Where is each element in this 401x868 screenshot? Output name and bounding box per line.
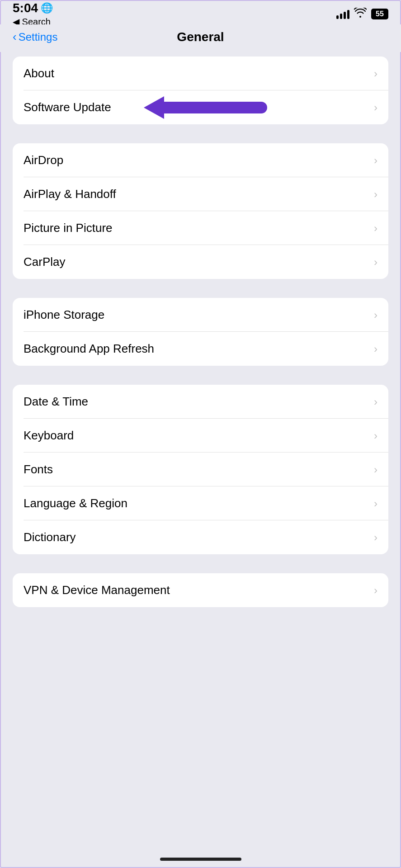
globe-icon: 🌐 (41, 2, 53, 14)
airplay-handoff-row[interactable]: AirPlay & Handoff › (13, 177, 388, 211)
vpn-device-management-label: VPN & Device Management (24, 583, 170, 597)
background-app-refresh-label: Background App Refresh (24, 342, 154, 356)
date-time-label: Date & Time (24, 395, 88, 409)
airdrop-row[interactable]: AirDrop › (13, 143, 388, 177)
software-update-label: Software Update (24, 100, 111, 114)
language-region-label: Language & Region (24, 496, 127, 510)
status-bar: 5:04 🌐 ◀ Search 55 (0, 0, 401, 24)
status-time: 5:04 🌐 (13, 1, 53, 15)
about-chevron-icon: › (374, 67, 377, 80)
airdrop-label: AirDrop (24, 153, 63, 167)
carplay-chevron-icon: › (374, 256, 377, 269)
about-label: About (24, 66, 54, 80)
dictionary-row[interactable]: Dictionary › (13, 520, 388, 554)
picture-in-picture-row-right: › (374, 222, 377, 235)
picture-in-picture-chevron-icon: › (374, 222, 377, 235)
iphone-storage-row-right: › (374, 309, 377, 321)
keyboard-label: Keyboard (24, 429, 74, 443)
airplay-handoff-row-right: › (374, 188, 377, 201)
home-indicator (160, 858, 241, 861)
keyboard-chevron-icon: › (374, 429, 377, 442)
date-time-chevron-icon: › (374, 396, 377, 408)
date-time-row-right: › (374, 396, 377, 408)
airplay-handoff-label: AirPlay & Handoff (24, 187, 116, 201)
language-region-chevron-icon: › (374, 497, 377, 510)
background-app-refresh-row[interactable]: Background App Refresh › (13, 332, 388, 366)
carplay-row[interactable]: CarPlay › (13, 245, 388, 279)
signal-bar-2 (340, 14, 342, 19)
fonts-row[interactable]: Fonts › (13, 453, 388, 486)
carplay-row-right: › (374, 256, 377, 269)
iphone-storage-chevron-icon: › (374, 309, 377, 321)
signal-bar-4 (347, 10, 349, 19)
fonts-label: Fonts (24, 462, 53, 476)
software-update-row[interactable]: Software Update › (13, 90, 388, 124)
fonts-chevron-icon: › (374, 463, 377, 476)
software-update-row-right: › (374, 101, 377, 114)
signal-bar-1 (336, 15, 339, 19)
page-title: General (177, 30, 224, 44)
carplay-label: CarPlay (24, 255, 65, 269)
date-time-row[interactable]: Date & Time › (13, 385, 388, 419)
settings-group-1: About › Software Update › (13, 57, 388, 124)
software-update-chevron-icon: › (374, 101, 377, 114)
back-chevron-icon: ‹ (13, 30, 17, 44)
keyboard-row-right: › (374, 429, 377, 442)
dictionary-label: Dictionary (24, 530, 76, 544)
about-row-right: › (374, 67, 377, 80)
settings-group-4: Date & Time › Keyboard › Fonts › Languag… (13, 385, 388, 554)
dictionary-chevron-icon: › (374, 531, 377, 544)
background-app-refresh-row-right: › (374, 343, 377, 355)
language-region-row[interactable]: Language & Region › (13, 486, 388, 520)
status-right: 55 (336, 8, 388, 20)
airdrop-row-right: › (374, 154, 377, 167)
wifi-icon (354, 8, 367, 20)
signal-bar-3 (344, 12, 346, 19)
settings-content: About › Software Update › AirDrop › (0, 52, 401, 644)
back-button-label: Settings (19, 31, 58, 43)
about-row[interactable]: About › (13, 57, 388, 90)
status-left: 5:04 🌐 ◀ Search (13, 1, 53, 27)
vpn-device-management-row[interactable]: VPN & Device Management › (13, 573, 388, 607)
battery-indicator: 55 (371, 9, 388, 19)
airplay-handoff-chevron-icon: › (374, 188, 377, 201)
keyboard-row[interactable]: Keyboard › (13, 419, 388, 453)
time-display: 5:04 (13, 1, 38, 15)
picture-in-picture-label: Picture in Picture (24, 221, 113, 235)
language-region-row-right: › (374, 497, 377, 510)
svg-marker-1 (144, 96, 164, 119)
settings-group-5: VPN & Device Management › (13, 573, 388, 607)
vpn-device-management-row-right: › (374, 584, 377, 597)
picture-in-picture-row[interactable]: Picture in Picture › (13, 211, 388, 245)
iphone-storage-row[interactable]: iPhone Storage › (13, 298, 388, 332)
dictionary-row-right: › (374, 531, 377, 544)
purple-arrow-annotation (130, 92, 266, 123)
signal-bars (336, 9, 349, 19)
background-app-refresh-chevron-icon: › (374, 343, 377, 355)
iphone-storage-label: iPhone Storage (24, 308, 104, 322)
airdrop-chevron-icon: › (374, 154, 377, 167)
fonts-row-right: › (374, 463, 377, 476)
settings-group-2: AirDrop › AirPlay & Handoff › Picture in… (13, 143, 388, 279)
nav-bar: ‹ Settings General (0, 24, 401, 52)
back-button[interactable]: ‹ Settings (13, 30, 57, 44)
settings-group-3: iPhone Storage › Background App Refresh … (13, 298, 388, 366)
vpn-device-management-chevron-icon: › (374, 584, 377, 597)
